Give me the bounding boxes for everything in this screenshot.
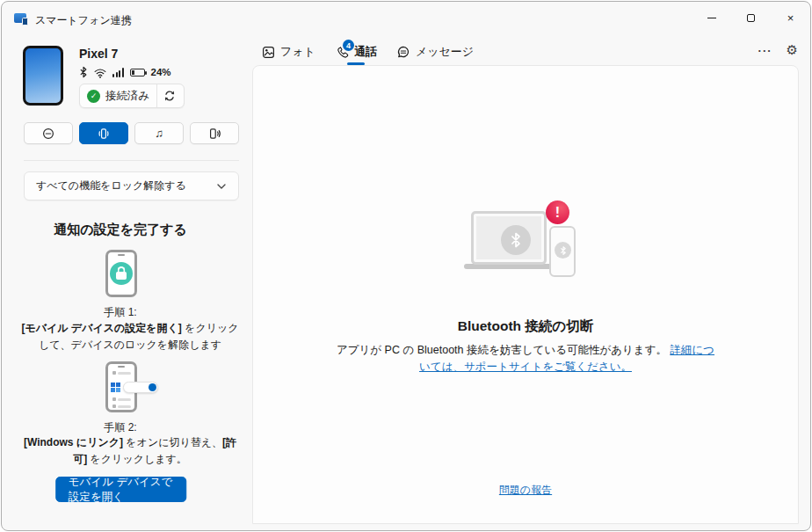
feature-tabs: フォト 4 通話 メッセージ <box>262 40 474 63</box>
phone-link-window: スマートフォン連携 × Pixel 7 24% <box>1 1 811 531</box>
titlebar[interactable]: スマートフォン連携 × <box>2 2 810 37</box>
error-badge-icon: ! <box>546 200 569 224</box>
step2-label: 手順 2: <box>2 420 239 435</box>
minimize-icon <box>707 18 716 18</box>
refresh-button[interactable] <box>157 84 182 107</box>
tab-messages[interactable]: メッセージ <box>396 44 474 60</box>
app-icon <box>14 13 28 26</box>
report-problem-link[interactable]: 問題の報告 <box>499 484 552 496</box>
tab-photos[interactable]: フォト <box>262 44 315 60</box>
error-title: Bluetooth 接続の切断 <box>253 317 798 336</box>
app-title: スマートフォン連携 <box>35 13 132 28</box>
more-options-button[interactable]: ··· <box>758 44 772 57</box>
step2-phone-illustration <box>105 361 137 412</box>
vibrate-mode-button[interactable] <box>79 122 128 144</box>
notification-setup-heading: 通知の設定を完了する <box>2 222 239 238</box>
music-note-icon: ♫ <box>155 127 163 140</box>
tab-photos-label: フォト <box>280 44 315 60</box>
close-button[interactable]: × <box>771 2 810 33</box>
open-mobile-settings-button[interactable]: モバイル デバイスで設定を開く <box>55 477 187 502</box>
step1-phone-illustration <box>105 250 137 297</box>
link-to-windows-toggle-illustration <box>111 382 158 393</box>
audio-player-button[interactable]: ♫ <box>134 122 184 144</box>
battery-icon <box>130 69 145 77</box>
bluetooth-error-illustration: ! <box>464 200 587 280</box>
chevron-down-icon <box>216 183 227 190</box>
main-content-panel: ! Bluetooth 接続の切断 アプリが PC の Bluetooth 接続… <box>252 65 799 524</box>
battery-percent: 24% <box>151 67 171 77</box>
do-not-disturb-icon <box>42 128 54 140</box>
device-feature-buttons: ♫ <box>24 122 239 144</box>
step2-text: [Windows にリンク] をオンに切り替え、[許可] をクリックします。 <box>19 434 241 467</box>
connection-status-card: ✓ 接続済み <box>79 84 185 108</box>
phone-vibrate-icon <box>98 128 110 140</box>
photos-icon <box>262 46 275 59</box>
connected-check-icon: ✓ <box>87 90 100 103</box>
messages-icon <box>396 45 410 59</box>
unlock-features-expander[interactable]: すべての機能をロック解除する <box>24 171 239 200</box>
wifi-status-icon <box>94 67 106 78</box>
close-icon: × <box>787 12 794 24</box>
divider <box>24 160 239 161</box>
do-not-disturb-button[interactable] <box>24 122 73 144</box>
error-description: アプリが PC の Bluetooth 接続を妨害している可能性があります。 詳… <box>336 342 715 376</box>
tab-calls-label: 通話 <box>354 44 377 60</box>
tab-calls[interactable]: 4 通話 <box>335 44 377 60</box>
laptop-bluetooth-icon <box>501 225 531 255</box>
unlock-features-label: すべての機能をロック解除する <box>36 179 216 193</box>
step1-text: [モバイル デバイスの設定を開く] をクリックして、デバイスのロックを解除します <box>19 320 241 353</box>
device-name: Pixel 7 <box>79 47 118 61</box>
phone-audio-button[interactable] <box>190 122 239 144</box>
calls-badge: 4 <box>343 40 354 51</box>
settings-button[interactable]: ⚙ <box>787 42 798 58</box>
refresh-icon <box>163 90 176 102</box>
maximize-button[interactable] <box>731 2 771 33</box>
tab-messages-label: メッセージ <box>416 44 474 60</box>
bluetooth-status-icon <box>79 66 88 78</box>
phone-screen-thumbnail[interactable] <box>23 46 63 106</box>
phone-audio-icon <box>208 128 221 140</box>
cellular-signal-icon <box>112 68 124 77</box>
phone-bluetooth-icon <box>555 242 571 259</box>
minimize-button[interactable] <box>692 2 731 33</box>
device-status-row: 24% <box>79 66 171 78</box>
windows-logo-icon <box>111 383 121 393</box>
maximize-icon <box>747 14 755 22</box>
connection-status-label: 接続済み <box>105 89 149 104</box>
lock-icon <box>110 262 133 285</box>
phone-device <box>549 226 576 277</box>
step1-label: 手順 1: <box>2 305 239 320</box>
sidebar: Pixel 7 24% ✓ 接続済み <box>2 37 252 530</box>
